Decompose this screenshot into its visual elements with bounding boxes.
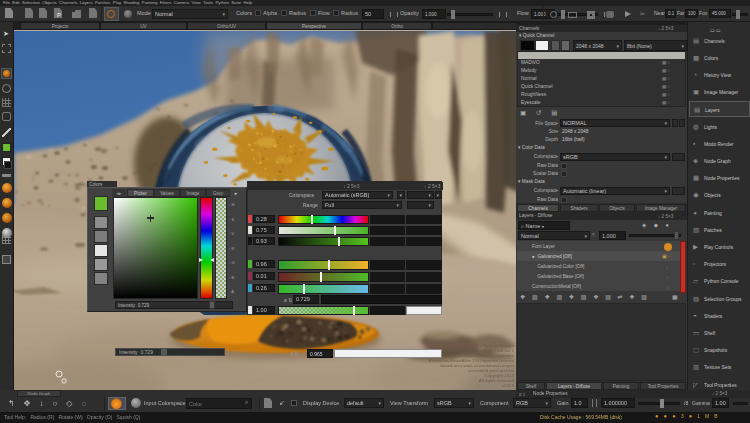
svg-text:v2.6.2: v2.6.2 [502, 383, 515, 388]
